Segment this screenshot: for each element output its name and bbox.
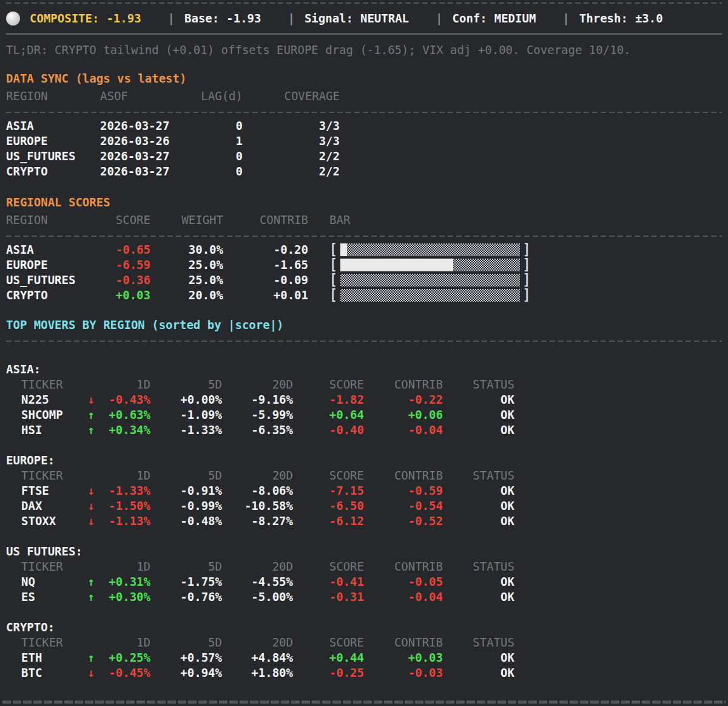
- signal-value: NEUTRAL: [360, 11, 409, 26]
- bar-fill: [340, 259, 453, 271]
- contrib-cell: -0.54: [364, 498, 443, 514]
- bar-open-bracket: [: [329, 288, 337, 302]
- coverage-cell: 2/2: [243, 164, 340, 179]
- bar-open-bracket: [: [329, 242, 337, 257]
- column-header-contrib: CONTRIB: [364, 377, 443, 392]
- weight-cell: 25.0%: [150, 257, 223, 273]
- bar-track: [340, 274, 520, 287]
- score-bar-cell: []: [329, 289, 722, 302]
- change-5d-cell: -1.33%: [150, 423, 222, 438]
- movers-column-headers: TICKER1D5D20DSCORECONTRIBSTATUS: [21, 635, 722, 650]
- status-cell: OK: [443, 407, 514, 423]
- column-header-region: REGION: [6, 89, 100, 104]
- contrib-cell: +0.01: [223, 288, 308, 303]
- region-cell: ASIA: [6, 118, 100, 134]
- column-header-asof: ASOF: [100, 89, 197, 104]
- column-header-contrib: CONTRIB: [364, 559, 443, 574]
- contrib-cell: +0.06: [364, 407, 443, 423]
- coverage-cell: 3/3: [243, 118, 340, 134]
- lag-cell: 0: [197, 164, 243, 179]
- down-arrow-icon: ↓: [85, 498, 97, 514]
- contrib-cell: -0.59: [364, 483, 443, 498]
- status-cell: OK: [443, 650, 514, 665]
- data-sync-row: EUROPE2026-03-2613/3: [6, 134, 722, 149]
- top-movers-title: TOP MOVERS BY REGION (sorted by |score|): [6, 317, 722, 333]
- ticker-cell: DAX: [21, 498, 85, 514]
- movers-region-label: US FUTURES:: [6, 544, 722, 559]
- change-1d-cell: -0.45%: [97, 665, 150, 681]
- status-cell: OK: [443, 574, 514, 589]
- movers-subsection: ASIA:TICKER1D5D20DSCORECONTRIBSTATUSN225…: [6, 362, 722, 438]
- separator-pipe: |: [288, 11, 294, 26]
- bar-track: [340, 259, 520, 271]
- change-5d-cell: -1.09%: [150, 407, 222, 423]
- base-value: -1.93: [226, 11, 261, 26]
- bar-open-bracket: [: [329, 257, 337, 272]
- regional-score-row: US_FUTURES-0.3625.0%-0.09[]: [6, 273, 722, 288]
- change-1d-cell: -1.13%: [97, 514, 150, 529]
- column-header-score: SCORE: [293, 635, 364, 650]
- score-cell: -6.50: [293, 498, 364, 514]
- column-header-5d: 5D: [150, 468, 222, 483]
- score-cell: -1.82: [293, 392, 364, 407]
- mover-row: BTC↓-0.45%+0.94%+1.80%-0.25-0.03OK: [21, 665, 722, 681]
- score-cell: -0.31: [293, 589, 364, 605]
- status-cell: OK: [443, 665, 514, 681]
- ticker-cell: ES: [21, 589, 85, 605]
- status-cell: OK: [443, 392, 514, 407]
- change-20d-cell: -8.27%: [222, 514, 293, 529]
- table-header-rule: [6, 112, 722, 113]
- column-header-status: STATUS: [443, 468, 514, 483]
- asof-cell: 2026-03-27: [100, 164, 197, 179]
- column-header-1d: 1D: [97, 635, 150, 650]
- region-cell: ASIA: [6, 242, 115, 257]
- region-cell: EUROPE: [6, 134, 100, 149]
- lag-cell: 1: [197, 134, 243, 149]
- regional-score-row: EUROPE-6.5925.0%-1.65[]: [6, 257, 722, 273]
- section-rule: [6, 341, 722, 342]
- ticker-cell: ETH: [21, 650, 85, 665]
- column-header-contrib: CONTRIB: [364, 635, 443, 650]
- thresh-label: Thresh:: [579, 11, 628, 26]
- data-sync-column-headers: REGION ASOF LAG(d) COVERAGE: [6, 89, 722, 104]
- change-20d-cell: -5.99%: [222, 407, 293, 423]
- score-cell: -6.59: [115, 257, 150, 273]
- coverage-cell: 3/3: [243, 134, 340, 149]
- score-cell: +0.03: [115, 288, 150, 303]
- data-sync-section: DATA SYNC (lags vs latest) REGION ASOF L…: [6, 71, 722, 179]
- weight-cell: 20.0%: [150, 288, 223, 303]
- separator-pipe: |: [168, 11, 175, 26]
- change-1d-cell: -0.43%: [97, 392, 150, 407]
- mover-row: HSI↑+0.34%-1.33%-6.35%-0.40-0.04OK: [21, 423, 722, 438]
- contrib-cell: -0.04: [364, 589, 443, 605]
- contrib-cell: -0.09: [223, 273, 308, 288]
- column-header-5d: 5D: [150, 377, 222, 392]
- score-cell: -0.40: [293, 423, 364, 438]
- change-5d-cell: -0.76%: [150, 589, 222, 605]
- tldr-line: TL;DR: CRYPTO tailwind (+0.01) offsets E…: [6, 42, 722, 58]
- data-sync-row: CRYPTO2026-03-2702/2: [6, 164, 722, 179]
- column-header-lag: LAG(d): [197, 89, 243, 104]
- data-sync-row: US_FUTURES2026-03-2702/2: [6, 149, 722, 164]
- data-sync-rows: ASIA2026-03-2703/3EUROPE2026-03-2613/3US…: [6, 118, 722, 179]
- column-header-1d: 1D: [97, 468, 150, 483]
- column-header-20d: 20D: [222, 468, 293, 483]
- ticker-cell: NQ: [21, 574, 85, 589]
- column-header-ticker: TICKER: [21, 377, 85, 392]
- change-20d-cell: -8.06%: [222, 483, 293, 498]
- status-indicator-icon: [6, 12, 20, 25]
- regional-score-row: ASIA-0.6530.0%-0.20[]: [6, 242, 722, 257]
- regional-scores-title: REGIONAL SCORES: [6, 195, 722, 210]
- score-cell: -0.25: [293, 665, 364, 681]
- mover-row: FTSE↓-1.33%-0.91%-8.06%-7.15-0.59OK: [21, 483, 722, 498]
- column-header-20d: 20D: [222, 377, 293, 392]
- bottom-border-rule: [2, 701, 726, 704]
- contrib-cell: -0.04: [364, 423, 443, 438]
- column-header-status: STATUS: [443, 559, 514, 574]
- region-cell: US_FUTURES: [6, 273, 115, 288]
- down-arrow-icon: ↓: [85, 665, 97, 681]
- movers-region-label: ASIA:: [6, 362, 722, 377]
- change-20d-cell: -10.58%: [222, 498, 293, 514]
- weight-cell: 30.0%: [150, 242, 223, 257]
- lag-cell: 0: [197, 118, 243, 134]
